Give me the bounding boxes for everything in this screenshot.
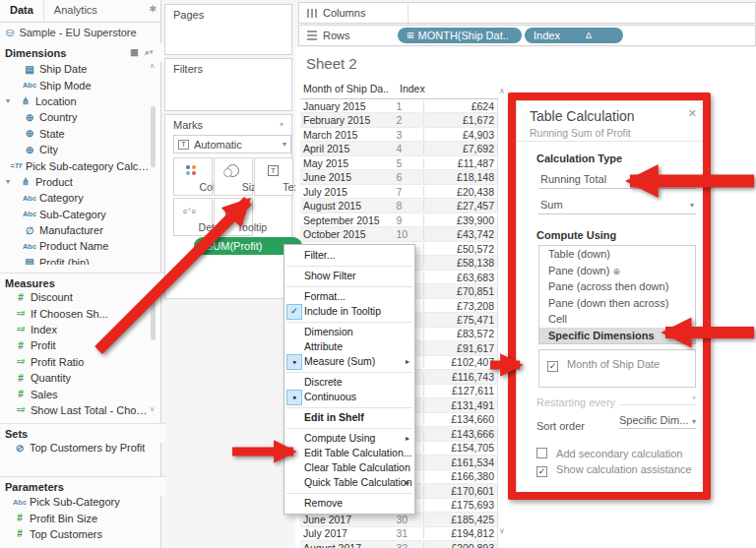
measure-discount[interactable]: #Discount bbox=[2, 289, 152, 305]
col-header-month[interactable]: Month of Ship Da.. bbox=[300, 83, 400, 94]
menu-item-filter[interactable]: Filter... bbox=[284, 248, 414, 263]
value-cell[interactable]: £7,692 bbox=[423, 143, 498, 154]
show-calculation-assistance-option[interactable]: ✓ Show calculation assistance bbox=[536, 463, 692, 477]
table-row[interactable]: January 20151£624 bbox=[300, 99, 498, 113]
measure-quantity[interactable]: #Quantity bbox=[2, 370, 152, 386]
menu-item-measure-sum[interactable]: ●Measure (Sum)▸ bbox=[284, 354, 414, 369]
value-cell[interactable]: £75,471 bbox=[423, 314, 498, 326]
value-cell[interactable]: £50,572 bbox=[423, 243, 498, 255]
value-cell[interactable]: £1,672 bbox=[423, 114, 498, 126]
menu-item-attribute[interactable]: Attribute bbox=[284, 339, 414, 354]
mark-type-dropdown[interactable]: T Automatic ▾ bbox=[173, 135, 291, 153]
value-cell[interactable]: £70,851 bbox=[423, 285, 498, 297]
dimensions-scrollbar[interactable] bbox=[151, 106, 156, 167]
pin-icon[interactable]: ✱ bbox=[149, 0, 160, 22]
menu-item-show-filter[interactable]: Show Filter bbox=[284, 269, 414, 283]
value-cell[interactable]: £200,893 bbox=[423, 542, 498, 548]
add-secondary-calculation-option[interactable]: Add secondary calculation bbox=[536, 448, 682, 459]
size-button[interactable]: Size bbox=[214, 157, 253, 196]
dimension-product-name[interactable]: AbcProduct Name bbox=[2, 238, 152, 254]
value-cell[interactable]: £116,743 bbox=[423, 371, 498, 383]
detail-button[interactable]: o°o Detail bbox=[173, 198, 213, 236]
view-toggle-icon[interactable]: ▦ bbox=[130, 47, 141, 57]
table-row[interactable]: February 20152£1,672 bbox=[300, 113, 498, 127]
value-cell[interactable]: £161,534 bbox=[423, 457, 498, 468]
value-cell[interactable]: £18,148 bbox=[423, 171, 498, 183]
value-cell[interactable]: £185,425 bbox=[423, 514, 498, 525]
value-cell[interactable]: £102,407 bbox=[423, 356, 498, 368]
checkbox-checked-icon[interactable]: ✓ bbox=[536, 466, 547, 477]
table-row[interactable]: September 20159£39,900 bbox=[300, 213, 498, 227]
checkbox-unchecked-icon[interactable] bbox=[536, 448, 547, 458]
measure-profit[interactable]: #Profit bbox=[2, 337, 152, 353]
tab-analytics[interactable]: Analytics bbox=[43, 0, 107, 22]
checkbox-checked-icon[interactable]: ✓ bbox=[547, 361, 558, 372]
dimension-ship-date[interactable]: ▤Ship Date bbox=[2, 61, 152, 77]
table-row[interactable]: July 201731£194,812 bbox=[300, 527, 498, 541]
value-cell[interactable]: £166,380 bbox=[423, 470, 498, 482]
tab-data[interactable]: Data bbox=[0, 0, 43, 22]
table-row[interactable]: October 201510£43,742 bbox=[300, 227, 498, 241]
dimension-ship-mode[interactable]: AbcShip Mode bbox=[2, 77, 152, 92]
dimension-pick-sub-category-calcu[interactable]: =TfPick Sub-category Calcu... bbox=[2, 157, 152, 173]
dimension-country[interactable]: ⊕Country bbox=[2, 109, 152, 125]
rows-shelf[interactable]: Rows ⊞ MONTH(Ship Dat.. Index Δ bbox=[298, 25, 756, 46]
value-cell[interactable]: £624 bbox=[423, 100, 498, 112]
index-pill[interactable]: Index Δ bbox=[525, 28, 623, 43]
month-ship-date-pill[interactable]: ⊞ MONTH(Ship Dat.. bbox=[398, 28, 522, 43]
value-cell[interactable]: £83,572 bbox=[423, 328, 498, 339]
pages-card[interactable]: Pages bbox=[164, 4, 292, 55]
menu-item-edit-table-calculation[interactable]: Edit Table Calculation... bbox=[284, 446, 414, 460]
measure-index[interactable]: =#Index bbox=[2, 322, 152, 337]
menu-item-dimension[interactable]: Dimension bbox=[284, 325, 414, 339]
columns-shelf[interactable]: Columns bbox=[298, 2, 756, 24]
menu-item-quick-table-calculation[interactable]: Quick Table Calculation▸ bbox=[284, 475, 414, 490]
compute-option-specific-dimensions[interactable]: Specific Dimensions bbox=[539, 328, 695, 344]
pane-menu-caret-icon[interactable]: ▾ bbox=[150, 48, 154, 56]
value-cell[interactable]: £127,611 bbox=[423, 385, 498, 396]
table-scroll-up-icon[interactable]: ∧ bbox=[499, 87, 505, 95]
value-cell[interactable]: £27,457 bbox=[423, 200, 498, 212]
measure-profit-ratio[interactable]: =#Profit Ratio bbox=[2, 354, 152, 370]
compute-option-pane-across-then-down[interactable]: Pane (across then down) bbox=[539, 278, 695, 295]
datasource-row[interactable]: ⛁ Sample - EU Superstore bbox=[6, 27, 137, 38]
value-cell[interactable]: £175,693 bbox=[423, 499, 498, 511]
value-cell[interactable]: £58,138 bbox=[423, 257, 498, 269]
menu-item-include-in-tooltip[interactable]: ✓Include in Tooltip bbox=[284, 304, 414, 319]
value-cell[interactable]: £43,742 bbox=[423, 228, 498, 240]
table-row[interactable]: March 20153£4,903 bbox=[300, 128, 498, 142]
dimension-state[interactable]: ⊕State bbox=[2, 126, 152, 142]
dimension-location[interactable]: ▾⋔Location bbox=[2, 93, 152, 109]
table-row[interactable]: August 20158£27,457 bbox=[300, 199, 498, 213]
menu-item-edit-in-shelf[interactable]: Edit in Shelf bbox=[284, 410, 414, 425]
parameter-top-customers[interactable]: #Top Customers bbox=[2, 526, 152, 542]
value-cell[interactable]: £170,601 bbox=[423, 485, 498, 497]
value-cell[interactable]: £154,705 bbox=[423, 442, 498, 454]
menu-item-compute-using[interactable]: Compute Using▸ bbox=[284, 431, 414, 446]
menu-item-clear-table-calculation[interactable]: Clear Table Calculation bbox=[284, 460, 414, 475]
expand-icon[interactable]: ⊞ bbox=[407, 30, 414, 40]
table-row[interactable]: April 20154£7,692 bbox=[300, 142, 498, 155]
value-cell[interactable]: £39,900 bbox=[423, 214, 498, 226]
dimension-manufacturer[interactable]: ∅Manufacturer bbox=[2, 222, 152, 238]
compute-option-cell[interactable]: Cell bbox=[539, 311, 695, 328]
value-cell[interactable]: £134,660 bbox=[423, 413, 498, 425]
compute-option-table-down[interactable]: Table (down) bbox=[539, 246, 695, 263]
menu-item-remove[interactable]: Remove bbox=[284, 496, 414, 511]
value-cell[interactable]: £194,812 bbox=[423, 527, 498, 539]
menu-item-discrete[interactable]: Discrete bbox=[284, 375, 414, 390]
menu-item-continuous[interactable]: ●Continuous bbox=[284, 390, 414, 404]
measures-scrollbar[interactable] bbox=[151, 301, 156, 340]
parameter-pick-sub-category[interactable]: AbcPick Sub-Category bbox=[2, 494, 152, 510]
value-cell[interactable]: £20,438 bbox=[423, 186, 498, 198]
dimension-category[interactable]: AbcCategory bbox=[2, 190, 152, 206]
dimension-sub-category[interactable]: AbcSub-Category bbox=[2, 207, 152, 222]
table-row[interactable]: June 201730£185,425 bbox=[300, 513, 498, 526]
compute-option-pane-down-then-across[interactable]: Pane (down then across) bbox=[539, 295, 695, 312]
value-cell[interactable]: £131,491 bbox=[423, 399, 498, 411]
table-row[interactable]: May 20155£11,487 bbox=[300, 156, 498, 170]
month-of-ship-date-option[interactable]: ✓ Month of Ship Date bbox=[539, 350, 695, 372]
compute-option-pane-down[interactable]: Pane (down) ⊕ bbox=[539, 263, 695, 279]
measure-show-last-total-choos[interactable]: =#Show Last Total - Choos... bbox=[2, 402, 152, 418]
dimension-profit-bin[interactable]: ▤Profit (bin) bbox=[2, 255, 152, 265]
